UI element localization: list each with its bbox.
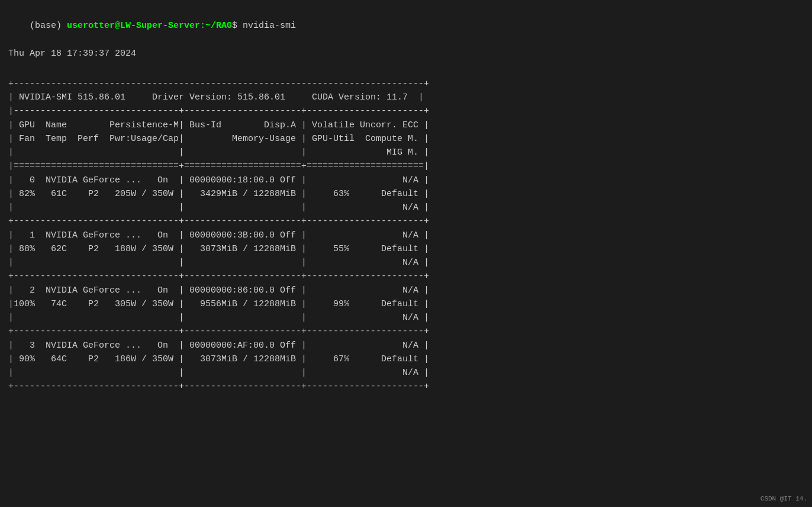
gpu0-row2: | 82% 61C P2 205W / 350W | 3429MiB / 122… bbox=[8, 189, 429, 199]
prompt-base-text: (base) bbox=[30, 21, 67, 31]
top-border: +---------------------------------------… bbox=[8, 79, 429, 89]
command-prompt: (base) userotter@LW-Super-Server:~/RAG$ … bbox=[8, 6, 804, 46]
bottom-border: +-------------------------------+-------… bbox=[8, 381, 429, 392]
col-header-2: | Fan Temp Perf Pwr:Usage/Cap| Memory-Us… bbox=[8, 134, 429, 144]
prompt-suffix: $ bbox=[232, 21, 243, 31]
gpu1-divider: +-------------------------------+-------… bbox=[8, 271, 429, 281]
col-header-1: | GPU Name Persistence-M| Bus-Id Disp.A … bbox=[8, 120, 429, 130]
prompt-command: nvidia-smi bbox=[243, 21, 296, 31]
nvidia-smi-output: +---------------------------------------… bbox=[8, 63, 804, 407]
gpu0-row1: | 0 NVIDIA GeForce ... On | 00000000:18:… bbox=[8, 175, 429, 185]
gpu0-row3: | | | N/A | bbox=[8, 203, 429, 213]
gpu3-row1: | 3 NVIDIA GeForce ... On | 00000000:AF:… bbox=[8, 341, 429, 351]
watermark: CSDN @IT 14. bbox=[761, 495, 807, 502]
gpu3-row2: | 90% 64C P2 186W / 350W | 3073MiB / 122… bbox=[8, 354, 429, 364]
col-header-3: | | | MIG M. | bbox=[8, 147, 429, 158]
gpu1-row1: | 1 NVIDIA GeForce ... On | 00000000:3B:… bbox=[8, 230, 429, 240]
gpu3-row3: | | | N/A | bbox=[8, 368, 429, 378]
header-divider1: |-------------------------------+-------… bbox=[8, 106, 429, 116]
gpu2-row1: | 2 NVIDIA GeForce ... On | 00000000:86:… bbox=[8, 285, 429, 296]
gpu2-divider: +-------------------------------+-------… bbox=[8, 326, 429, 336]
gpu1-row2: | 88% 62C P2 188W / 350W | 3073MiB / 122… bbox=[8, 244, 429, 254]
header-divider2: |===============================+=======… bbox=[8, 161, 429, 171]
gpu0-divider: +-------------------------------+-------… bbox=[8, 216, 429, 226]
timestamp-line: Thu Apr 18 17:39:37 2024 bbox=[8, 49, 804, 59]
prompt-user-host: userotter@LW-Super-Server:~/RAG bbox=[67, 21, 232, 31]
terminal-window: (base) userotter@LW-Super-Server:~/RAG$ … bbox=[8, 6, 804, 407]
gpu2-row3: | | | N/A | bbox=[8, 313, 429, 323]
smi-header: | NVIDIA-SMI 515.86.01 Driver Version: 5… bbox=[8, 92, 424, 102]
gpu1-row3: | | | N/A | bbox=[8, 258, 429, 268]
gpu2-row2: |100% 74C P2 305W / 350W | 9556MiB / 122… bbox=[8, 299, 429, 309]
